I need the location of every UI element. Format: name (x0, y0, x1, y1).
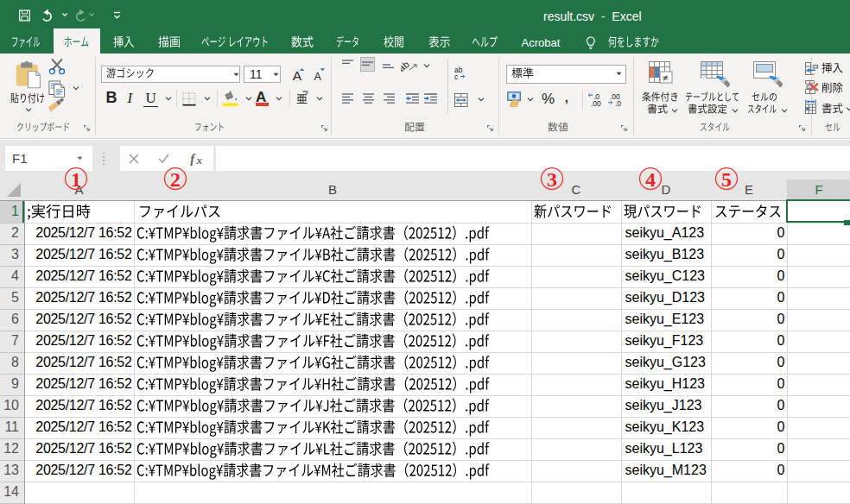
svg-text:5: 5 (721, 168, 732, 191)
svg-text:x: x (196, 154, 203, 167)
svg-text:2: 2 (170, 168, 181, 191)
svg-text:.0: .0 (615, 99, 621, 107)
svg-text:ab: ab (401, 60, 411, 72)
svg-text:3: 3 (547, 168, 557, 191)
svg-text:A: A (314, 71, 322, 82)
svg-text:f: f (190, 152, 196, 166)
svg-text:1: 1 (71, 168, 81, 191)
svg-text:4: 4 (645, 168, 656, 191)
svg-text:.00: .00 (591, 99, 601, 107)
svg-text:≠: ≠ (663, 72, 668, 83)
